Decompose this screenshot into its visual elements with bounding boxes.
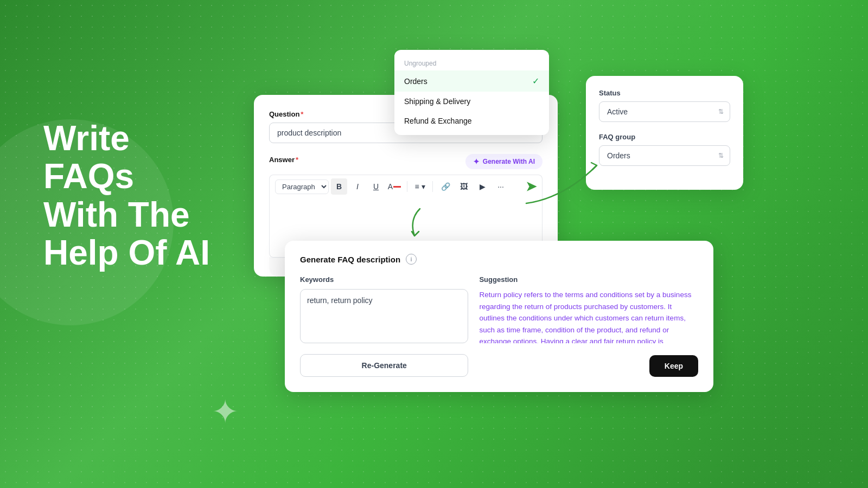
hero-line1: Write bbox=[43, 119, 210, 157]
keywords-section: Keywords return, return policy Re-Genera… bbox=[300, 275, 468, 377]
toolbar-divider-1 bbox=[407, 181, 407, 192]
curly-arrow-decoration bbox=[393, 203, 436, 247]
info-icon[interactable]: i bbox=[406, 254, 417, 265]
paragraph-select[interactable]: Paragraph bbox=[275, 179, 329, 194]
suggestion-label: Suggestion bbox=[479, 275, 698, 284]
side-card: Status Active FAQ group Orders bbox=[586, 76, 743, 190]
status-select[interactable]: Active bbox=[599, 101, 730, 122]
status-select-wrapper: Active bbox=[599, 101, 730, 122]
keywords-label: Keywords bbox=[300, 275, 468, 284]
answer-section-header: Answer* ✦ Generate With AI bbox=[269, 154, 542, 169]
hero-line2: FAQs bbox=[43, 157, 210, 195]
faq-group-label: FAQ group bbox=[599, 133, 730, 141]
keywords-textarea[interactable]: return, return policy bbox=[300, 289, 468, 343]
toolbar-divider-2 bbox=[432, 181, 433, 192]
dropdown-item-shipping[interactable]: Shipping & Delivery bbox=[394, 92, 549, 111]
bold-button[interactable]: B bbox=[331, 178, 347, 195]
link-button[interactable]: 🔗 bbox=[437, 178, 454, 195]
dropdown-group-label: Ungrouped bbox=[394, 54, 549, 70]
italic-button[interactable]: I bbox=[349, 178, 366, 195]
ai-sparkle-icon: ✦ bbox=[473, 157, 480, 166]
underline-button[interactable]: U bbox=[368, 178, 384, 195]
hero-line3: With The bbox=[43, 196, 210, 234]
faq-group-select-wrapper: Orders bbox=[599, 145, 730, 166]
sparkle-icon: ✦ bbox=[212, 396, 239, 428]
generate-panel: Generate FAQ description i Keywords retu… bbox=[285, 241, 713, 392]
align-button[interactable]: ≡ ▾ bbox=[412, 178, 428, 195]
dropdown-item-refund[interactable]: Refund & Exchange bbox=[394, 111, 549, 131]
generate-panel-title: Generate FAQ description bbox=[300, 255, 400, 264]
arrow-right-icon: ➤ bbox=[526, 179, 537, 194]
video-button[interactable]: ▶ bbox=[474, 178, 490, 195]
regenerate-button[interactable]: Re-Generate bbox=[300, 354, 468, 377]
text-color-button[interactable]: A bbox=[386, 178, 403, 195]
faq-group-select[interactable]: Orders bbox=[599, 145, 730, 166]
keep-button[interactable]: Keep bbox=[649, 355, 698, 377]
dropdown-menu: Ungrouped Orders ✓ Shipping & Delivery R… bbox=[394, 50, 549, 135]
dropdown-item-orders[interactable]: Orders ✓ bbox=[394, 70, 549, 92]
status-label: Status bbox=[599, 89, 730, 97]
check-icon: ✓ bbox=[532, 76, 539, 86]
right-fade bbox=[749, 0, 868, 488]
suggestion-text: Return policy refers to the terms and co… bbox=[479, 289, 698, 343]
more-button[interactable]: ··· bbox=[493, 178, 509, 195]
rich-text-toolbar: Paragraph B I U A ≡ ▾ 🔗 🖼 ▶ ··· ➤ bbox=[269, 175, 542, 198]
gen-body: Keywords return, return policy Re-Genera… bbox=[300, 275, 698, 377]
generate-ai-button[interactable]: ✦ Generate With AI bbox=[465, 154, 542, 169]
answer-label: Answer* bbox=[269, 156, 298, 164]
hero-text: Write FAQs With The Help Of AI bbox=[43, 119, 210, 272]
hero-line4: Help Of AI bbox=[43, 234, 210, 272]
generate-panel-header: Generate FAQ description i bbox=[300, 254, 698, 265]
image-button[interactable]: 🖼 bbox=[456, 178, 472, 195]
